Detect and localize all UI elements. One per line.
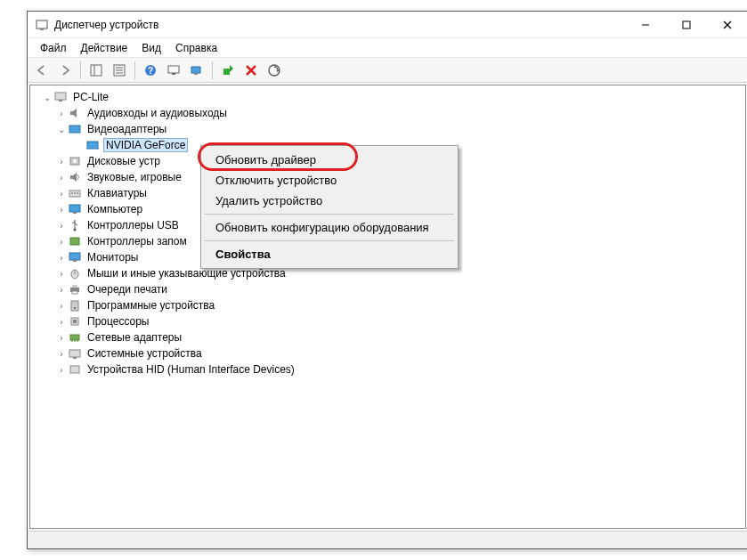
window-controls [625, 12, 747, 38]
tree-item-print[interactable]: › Очереди печати [34, 281, 745, 297]
forward-button[interactable] [54, 60, 76, 81]
minimize-button[interactable] [625, 12, 666, 38]
context-menu: Обновить драйвер Отключить устройство Уд… [200, 145, 459, 269]
properties-button[interactable] [109, 60, 130, 81]
expand-icon[interactable]: › [55, 205, 68, 215]
menu-file[interactable]: Файл [33, 40, 74, 56]
svg-rect-42 [72, 285, 77, 288]
svg-rect-24 [59, 100, 62, 101]
mouse-icon [68, 266, 82, 280]
expand-icon[interactable]: › [55, 269, 68, 279]
expand-icon[interactable]: › [55, 109, 68, 118]
tree-item-system[interactable]: › Системные устройства [34, 345, 745, 361]
svg-point-30 [71, 192, 73, 194]
collapse-icon[interactable]: ⌄ [55, 125, 68, 134]
usb-icon [68, 218, 82, 232]
svg-rect-47 [73, 320, 77, 323]
tree-root[interactable]: ⌄ PC-Lite [34, 89, 745, 105]
uninstall-device-button[interactable] [240, 60, 262, 81]
tree-root-label: PC-Lite [71, 91, 110, 103]
tree-item-label: Процессоры [85, 315, 151, 328]
close-button[interactable] [707, 12, 747, 38]
software-device-icon [68, 298, 82, 312]
tree-item-label: Клавиатуры [85, 187, 149, 199]
menu-view[interactable]: Вид [134, 40, 168, 56]
svg-point-45 [74, 307, 76, 309]
svg-text:?: ? [148, 66, 153, 76]
window-title: Диспетчер устройств [54, 19, 625, 31]
svg-rect-44 [71, 301, 78, 311]
separator [212, 61, 213, 79]
system-device-icon [68, 346, 82, 361]
back-button[interactable] [31, 60, 53, 81]
monitor-icon [68, 250, 82, 264]
expand-icon[interactable]: › [55, 333, 68, 343]
expand-icon[interactable]: › [55, 189, 68, 199]
tree-item-label: Видеоадаптеры [85, 123, 168, 135]
tree-item-cpu[interactable]: › Процессоры [34, 313, 745, 329]
expand-icon[interactable]: › [55, 301, 68, 311]
context-scan-hardware[interactable]: Обновить конфигурацию оборудования [203, 217, 456, 238]
computer-icon [68, 202, 82, 216]
disk-icon [68, 154, 82, 168]
sound-icon [68, 170, 82, 184]
scan-hardware-button[interactable] [163, 60, 184, 81]
expand-icon[interactable]: › [55, 157, 68, 166]
printer-icon [68, 282, 82, 296]
status-bar [28, 531, 747, 548]
tree-item-label: Контроллеры USB [85, 219, 181, 231]
tree-item-audio[interactable]: › Аудиовходы и аудиовыходы [34, 105, 745, 121]
storage-controller-icon [68, 234, 82, 248]
tree-item-network[interactable]: › Сетевые адаптеры [34, 329, 745, 345]
expand-icon[interactable]: › [55, 221, 68, 231]
tree-item-video[interactable]: ⌄ Видеоадаптеры [34, 121, 745, 137]
display-adapter-icon [85, 138, 100, 152]
expand-icon[interactable]: › [55, 237, 68, 247]
context-update-driver[interactable]: Обновить драйвер [203, 150, 456, 170]
svg-rect-3 [683, 21, 690, 28]
svg-rect-1 [40, 28, 44, 30]
svg-point-32 [77, 192, 78, 194]
svg-rect-0 [37, 20, 47, 28]
svg-rect-18 [223, 69, 230, 75]
maximize-button[interactable] [666, 12, 707, 38]
tree-item-label: Дисковые устр [85, 155, 162, 167]
menu-help[interactable]: Справка [168, 40, 224, 56]
svg-rect-17 [194, 73, 198, 75]
tree-item-hid[interactable]: › Устройства HID (Human Interface Device… [34, 361, 745, 377]
collapse-icon[interactable]: ⌄ [41, 93, 53, 102]
expand-icon[interactable]: › [55, 173, 68, 183]
svg-rect-38 [73, 260, 77, 262]
svg-point-35 [74, 229, 77, 231]
enable-device-button[interactable] [217, 60, 239, 81]
hid-icon [68, 362, 82, 377]
disable-device-button[interactable] [264, 60, 285, 81]
network-icon [68, 330, 82, 345]
context-properties[interactable]: Свойства [203, 244, 456, 264]
menu-separator [205, 214, 454, 215]
expand-icon[interactable]: › [55, 285, 68, 295]
context-uninstall-device[interactable]: Удалить устройство [203, 191, 456, 211]
menu-separator [205, 240, 454, 241]
cpu-icon [68, 314, 82, 329]
svg-rect-25 [69, 126, 80, 133]
svg-rect-26 [87, 142, 98, 149]
titlebar: Диспетчер устройств [28, 12, 747, 38]
svg-rect-36 [70, 238, 79, 245]
expand-icon[interactable]: › [55, 253, 68, 263]
svg-rect-23 [55, 93, 66, 100]
display-adapter-icon [68, 122, 82, 136]
menubar: Файл Действие Вид Справка [28, 38, 747, 58]
context-disable-device[interactable]: Отключить устройство [203, 170, 456, 191]
help-button[interactable]: ? [140, 60, 161, 81]
menu-action[interactable]: Действие [74, 40, 135, 56]
expand-icon[interactable]: › [55, 365, 68, 375]
expand-icon[interactable]: › [55, 349, 68, 359]
svg-rect-48 [70, 335, 79, 340]
tree-item-label: Программные устройства [85, 299, 216, 312]
tree-item-label: Устройства HID (Human Interface Devices) [85, 363, 296, 376]
show-hide-tree-button[interactable] [85, 60, 107, 81]
tree-item-software[interactable]: › Программные устройства [34, 297, 745, 313]
update-driver-button[interactable] [186, 60, 207, 81]
expand-icon[interactable]: › [55, 317, 68, 327]
